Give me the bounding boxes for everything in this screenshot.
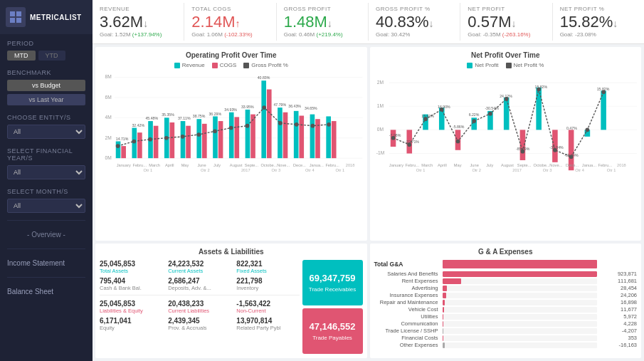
- financial-year-select[interactable]: All: [7, 165, 85, 179]
- svg-text:-22.71%: -22.71%: [405, 140, 419, 145]
- svg-text:15.82%: 15.82%: [596, 88, 609, 92]
- cash-label: Cash & Bank Bal.: [100, 285, 162, 291]
- trade-receivables-box: 69,347,759 Trade Receivables: [302, 260, 363, 305]
- kpi-net-profit: Net Profit 0.57M↓ Goal: -0.35M (-263.16%…: [460, 3, 552, 41]
- financial-year-label: Select Financial Year/s: [7, 147, 85, 162]
- kpi-cogs-label: Total COGS: [191, 6, 268, 12]
- current-liabilities-label: Current Liabilities: [168, 308, 231, 314]
- svg-text:2M: 2M: [105, 135, 112, 140]
- svg-text:33.95%: 33.95%: [241, 105, 254, 109]
- current-liabilities-value: 20,438,233: [168, 300, 231, 308]
- benchmark-section: Benchmark vs Budget vs Last Year: [0, 63, 93, 108]
- svg-text:Qtr 1: Qtr 1: [144, 168, 153, 172]
- current-assets-value: 24,223,532: [168, 260, 231, 268]
- svg-point-42: [116, 144, 120, 148]
- cash-cell: 795,404 Cash & Bank Bal.: [100, 277, 162, 291]
- svg-rect-32: [261, 80, 266, 158]
- ga-item-bar: [443, 300, 445, 305]
- operating-chart-legend: Revenue COGS Gross Profit %: [100, 62, 363, 68]
- svg-point-118: [488, 112, 492, 116]
- svg-point-45: [164, 136, 169, 140]
- related-party-value: 13,970,814: [236, 317, 299, 325]
- ga-row: Insurance Expenses 24,206: [374, 292, 638, 298]
- period-buttons: MTD YTD: [7, 51, 85, 61]
- assets-title: Assets & Liabilities: [100, 248, 363, 256]
- month-select[interactable]: All: [7, 199, 85, 213]
- svg-text:Octobe...: Octobe...: [533, 164, 549, 168]
- svg-point-44: [148, 137, 152, 142]
- ga-item-bar-wrap: [443, 286, 598, 291]
- ga-item-value: 24,206: [601, 292, 637, 298]
- svg-text:Dece...: Dece...: [566, 164, 579, 168]
- entity-label: Choose Entity/s: [7, 114, 85, 121]
- ga-item-label: Advertising: [374, 285, 438, 291]
- svg-rect-2: [10, 18, 15, 23]
- svg-text:May: May: [453, 164, 461, 168]
- non-current-value: -1,563,422: [236, 300, 299, 308]
- svg-text:March: March: [149, 164, 160, 168]
- svg-rect-14: [116, 142, 121, 159]
- svg-rect-25: [202, 124, 207, 158]
- svg-rect-21: [170, 122, 175, 158]
- ga-row: Repair and Maintenance 16,898: [374, 299, 638, 305]
- assets-panel: Assets & Liabilities 25,045,853 Total As…: [95, 244, 367, 358]
- svg-rect-30: [246, 110, 250, 158]
- net-chart-legend: Net Profit Net Profit %: [374, 62, 638, 68]
- svg-rect-19: [154, 126, 159, 158]
- mtd-button[interactable]: MTD: [7, 51, 36, 61]
- svg-rect-35: [283, 113, 288, 158]
- svg-rect-17: [137, 132, 142, 158]
- svg-text:July: July: [486, 164, 493, 168]
- svg-text:35.35%: 35.35%: [162, 113, 174, 117]
- svg-text:July: July: [213, 164, 221, 168]
- month-section: Select Month/s All: [0, 182, 93, 216]
- inventory-cell: 221,798 Inventory: [236, 277, 299, 291]
- ga-item-bar-wrap: [443, 321, 598, 327]
- svg-point-46: [181, 135, 185, 139]
- sidebar-item-overview[interactable]: - Overview -: [0, 225, 93, 244]
- fixed-assets-value: 822,321: [236, 260, 299, 268]
- svg-text:Qtr 2: Qtr 2: [472, 168, 481, 172]
- svg-point-116: [455, 140, 460, 144]
- ga-row: Trade License / SSHP -4,207: [374, 328, 638, 334]
- ga-item-label: Other Expenses: [374, 342, 438, 348]
- svg-point-51: [262, 105, 266, 110]
- kpi-net-pct: Net Profit % 15.82%↓ Goal: -23.08%: [553, 3, 644, 41]
- sidebar-item-balance-sheet[interactable]: Balance Sheet: [0, 282, 93, 301]
- equity-value: 6,171,041: [100, 317, 162, 325]
- svg-rect-22: [181, 121, 186, 158]
- ga-panel: G & A Expenses Total G&A Salaries And Be…: [370, 244, 642, 358]
- ga-item-value: 16,898: [601, 299, 637, 305]
- ga-total-label: Total G&A: [374, 261, 438, 268]
- svg-rect-15: [121, 146, 126, 158]
- svg-rect-1: [16, 11, 21, 16]
- logo-icon: [6, 7, 26, 27]
- ga-item-bar: [443, 321, 443, 327]
- vs-budget-button[interactable]: vs Budget: [7, 80, 85, 91]
- ga-item-bar: [443, 286, 448, 291]
- svg-point-48: [213, 130, 217, 134]
- svg-text:Qtr 2: Qtr 2: [201, 168, 210, 172]
- svg-text:Febru...: Febru...: [405, 164, 419, 168]
- svg-text:45.48%: 45.48%: [145, 116, 158, 120]
- kpi-gross-profit-goal: Goal: 0.46M (+219.4%): [284, 31, 361, 38]
- kpi-net-profit-goal: Goal: -0.35M (-263.16%): [468, 31, 544, 38]
- ytd-button[interactable]: YTD: [38, 51, 65, 61]
- legend-revenue: Revenue: [174, 62, 205, 68]
- svg-point-47: [196, 132, 201, 137]
- svg-text:34.93%: 34.93%: [224, 108, 237, 112]
- sidebar-item-income-statement[interactable]: Income Statement: [0, 253, 93, 273]
- sidebar: METRICALIST Period MTD YTD Benchmark vs …: [0, 0, 93, 361]
- svg-text:14.71%: 14.71%: [116, 137, 129, 141]
- legend-net-pct: Net Profit %: [506, 62, 544, 68]
- svg-text:6.22%: 6.22%: [468, 113, 479, 117]
- vs-last-year-button[interactable]: vs Last Year: [7, 94, 85, 105]
- net-chart-title: Net Profit Over Time: [374, 51, 638, 59]
- svg-rect-37: [299, 116, 304, 159]
- ga-item-value: -4,207: [601, 328, 637, 334]
- legend-cogs-dot: [212, 63, 218, 68]
- svg-text:32.42%: 32.42%: [132, 123, 144, 127]
- entity-select[interactable]: All: [7, 125, 85, 139]
- svg-rect-24: [196, 119, 201, 158]
- total-assets-cell: 25,045,853 Total Assets: [100, 260, 162, 274]
